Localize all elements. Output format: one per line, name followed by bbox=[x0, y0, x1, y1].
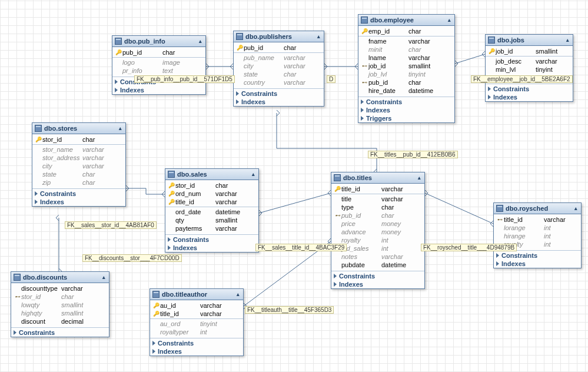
entity-stores[interactable]: dbo.stores▴🔑stor_idcharstor_namevarchars… bbox=[32, 122, 126, 207]
column-row[interactable]: discountdecimal bbox=[11, 317, 109, 326]
entity-header[interactable]: dbo.pub_info▴ bbox=[112, 36, 205, 47]
section-constraints[interactable]: Constraints bbox=[494, 251, 581, 260]
column-row[interactable]: job_descvarchar bbox=[486, 57, 573, 65]
column-row[interactable]: highqtysmallint bbox=[11, 309, 109, 317]
section-constraints[interactable]: Constraints bbox=[165, 235, 258, 244]
column-row[interactable]: 🔑title_idvarchar bbox=[331, 185, 424, 193]
column-row[interactable]: stor_addressvarchar bbox=[32, 154, 125, 162]
entity-header[interactable]: dbo.titles▴ bbox=[331, 172, 424, 184]
column-row[interactable]: typechar bbox=[331, 203, 424, 211]
column-row[interactable]: 🔑title_idvarchar bbox=[165, 198, 258, 206]
entity-header[interactable]: dbo.jobs▴ bbox=[486, 35, 573, 46]
collapse-icon[interactable]: ▴ bbox=[317, 34, 320, 39]
collapse-icon[interactable]: ▴ bbox=[102, 274, 105, 280]
entity-discounts[interactable]: dbo.discounts▴discounttypevarchar⊷stor_i… bbox=[11, 271, 109, 337]
column-row[interactable]: royaltyperint bbox=[150, 328, 243, 336]
column-row[interactable]: 🔑au_idvarchar bbox=[150, 301, 243, 310]
column-row[interactable]: lowqtysmallint bbox=[11, 301, 109, 309]
column-row[interactable]: qtysmallint bbox=[165, 216, 258, 224]
column-row[interactable]: ⊷pub_idchar bbox=[331, 211, 424, 220]
collapse-icon[interactable]: ▴ bbox=[199, 38, 202, 44]
column-row[interactable]: 🔑emp_idchar bbox=[358, 27, 454, 35]
column-row[interactable]: 🔑ord_numvarchar bbox=[165, 190, 258, 198]
column-row[interactable]: au_ordtinyint bbox=[150, 320, 243, 328]
column-row[interactable]: logoimage bbox=[112, 58, 205, 67]
column-row[interactable]: titlevarchar bbox=[331, 195, 424, 203]
column-row[interactable]: 🔑pub_idchar bbox=[112, 48, 205, 57]
section-indexes[interactable]: Indexes bbox=[494, 260, 581, 268]
column-row[interactable]: countryvarchar bbox=[234, 78, 324, 87]
entity-roysched[interactable]: dbo.roysched▴⊷title_idvarcharlorangeinth… bbox=[493, 202, 582, 268]
column-row[interactable]: ⊷title_idvarchar bbox=[494, 215, 581, 224]
section-indexes[interactable]: Indexes bbox=[150, 347, 243, 356]
entity-header[interactable]: dbo.stores▴ bbox=[32, 123, 125, 134]
column-row[interactable]: hire_datedatetime bbox=[358, 87, 454, 95]
entity-jobs[interactable]: dbo.jobs▴🔑job_idsmallintjob_descvarcharm… bbox=[485, 34, 573, 102]
column-row[interactable]: pricemoney bbox=[331, 220, 424, 228]
column-row[interactable]: lorangeint bbox=[494, 224, 581, 232]
entity-employee[interactable]: dbo.employee▴🔑emp_idcharfnamevarcharmini… bbox=[358, 14, 455, 123]
entity-header[interactable]: dbo.discounts▴ bbox=[11, 272, 109, 283]
entity-titles[interactable]: dbo.titles▴🔑title_idvarchartitlevarchart… bbox=[331, 172, 425, 289]
section-constraints[interactable]: Constraints bbox=[358, 98, 454, 106]
column-row[interactable]: cityvarchar bbox=[32, 162, 125, 170]
column-row[interactable]: 🔑title_idvarchar bbox=[150, 310, 243, 318]
entity-titleauthor[interactable]: dbo.titleauthor▴🔑au_idvarchar🔑title_idva… bbox=[150, 288, 244, 356]
column-row[interactable]: pr_infotext bbox=[112, 67, 205, 75]
entity-header[interactable]: dbo.employee▴ bbox=[358, 15, 454, 26]
column-row[interactable]: royaltyint bbox=[331, 236, 424, 244]
collapse-icon[interactable]: ▴ bbox=[574, 205, 577, 211]
column-row[interactable]: job_lvltinyint bbox=[358, 70, 454, 78]
section-indexes[interactable]: Indexes bbox=[112, 86, 205, 94]
section-indexes[interactable]: Indexes bbox=[234, 98, 324, 106]
collapse-icon[interactable]: ▴ bbox=[119, 125, 122, 131]
column-row[interactable]: statechar bbox=[32, 170, 125, 178]
collapse-icon[interactable]: ▴ bbox=[566, 37, 569, 43]
column-row[interactable]: discounttypevarchar bbox=[11, 284, 109, 293]
collapse-icon[interactable]: ▴ bbox=[418, 175, 421, 181]
collapse-icon[interactable]: ▴ bbox=[237, 291, 240, 297]
column-row[interactable]: stor_namevarchar bbox=[32, 145, 125, 154]
column-row[interactable]: lnamevarchar bbox=[358, 54, 454, 62]
column-row[interactable]: ⊷job_idsmallint bbox=[358, 62, 454, 70]
column-row[interactable]: 🔑stor_idchar bbox=[32, 135, 125, 144]
column-row[interactable]: zipchar bbox=[32, 178, 125, 187]
collapse-icon[interactable]: ▴ bbox=[252, 171, 255, 177]
column-row[interactable]: statechar bbox=[234, 70, 324, 78]
column-row[interactable]: 🔑pub_idchar bbox=[234, 44, 324, 52]
column-row[interactable]: 🔑job_idsmallint bbox=[486, 47, 573, 55]
column-row[interactable]: cityvarchar bbox=[234, 62, 324, 70]
collapse-icon[interactable]: ▴ bbox=[448, 17, 451, 23]
entity-header[interactable]: dbo.sales▴ bbox=[165, 169, 258, 180]
section-constraints[interactable]: Constraints bbox=[32, 190, 125, 198]
entity-sales[interactable]: dbo.sales▴🔑stor_idchar🔑ord_numvarchar🔑ti… bbox=[165, 168, 259, 253]
column-row[interactable]: notesvarchar bbox=[331, 253, 424, 261]
column-row[interactable]: min_lvltinyint bbox=[486, 65, 573, 74]
column-row[interactable]: hirangeint bbox=[494, 232, 581, 240]
column-row[interactable]: ⊷stor_idchar bbox=[11, 293, 109, 301]
section-indexes[interactable]: Indexes bbox=[165, 244, 258, 252]
section-indexes[interactable]: Indexes bbox=[331, 280, 424, 288]
column-row[interactable]: fnamevarchar bbox=[358, 37, 454, 45]
column-row[interactable]: pub_namevarchar bbox=[234, 54, 324, 62]
section-indexes[interactable]: Indexes bbox=[32, 198, 125, 206]
column-row[interactable]: pubdatedatetime bbox=[331, 261, 424, 269]
section-constraints[interactable]: Constraints bbox=[150, 339, 243, 347]
entity-header[interactable]: dbo.titleauthor▴ bbox=[150, 289, 243, 300]
column-row[interactable]: paytermsvarchar bbox=[165, 224, 258, 232]
column-row[interactable]: ⊷pub_idchar bbox=[358, 78, 454, 87]
entity-header[interactable]: dbo.roysched▴ bbox=[494, 203, 581, 214]
section-indexes[interactable]: Indexes bbox=[358, 106, 454, 114]
column-row[interactable]: 🔑stor_idchar bbox=[165, 181, 258, 190]
column-row[interactable]: advancemoney bbox=[331, 228, 424, 236]
section-constraints[interactable]: Constraints bbox=[11, 328, 109, 337]
section-triggers[interactable]: Triggers bbox=[358, 114, 454, 122]
section-constraints[interactable]: Constraints bbox=[486, 85, 573, 93]
section-indexes[interactable]: Indexes bbox=[486, 93, 573, 101]
entity-pub_info[interactable]: dbo.pub_info▴🔑pub_idcharlogoimagepr_info… bbox=[112, 35, 206, 95]
column-row[interactable]: minitchar bbox=[358, 45, 454, 54]
column-row[interactable]: ord_datedatetime bbox=[165, 208, 258, 216]
section-constraints[interactable]: Constraints bbox=[234, 89, 324, 98]
section-constraints[interactable]: Constraints bbox=[331, 272, 424, 280]
entity-header[interactable]: dbo.publishers▴ bbox=[234, 31, 324, 42]
